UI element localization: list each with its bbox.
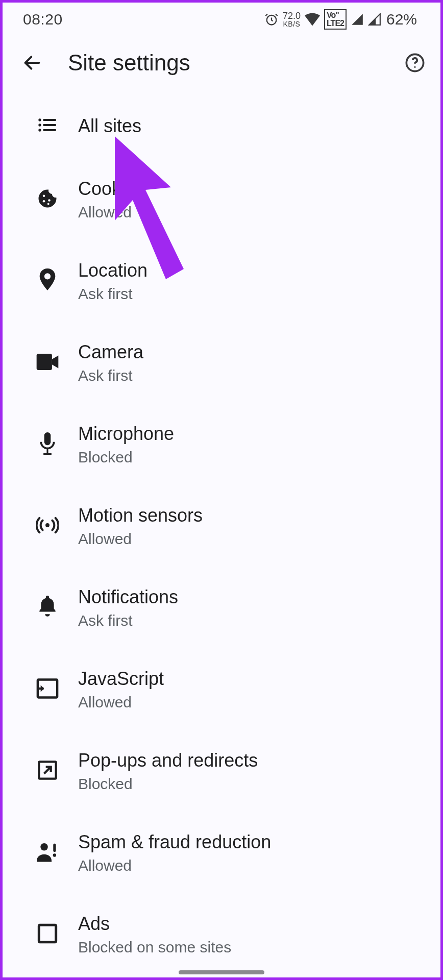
status-right: 72.0 KB/S Vo"LTE2 62% bbox=[264, 9, 417, 30]
volte-indicator: Vo"LTE2 bbox=[324, 9, 347, 30]
item-label: Ads bbox=[78, 913, 231, 935]
item-label: Notifications bbox=[78, 586, 178, 608]
item-location[interactable]: Location Ask first bbox=[3, 240, 440, 322]
item-status: Ask first bbox=[78, 612, 178, 629]
svg-point-22 bbox=[53, 853, 56, 856]
item-label: Microphone bbox=[78, 423, 174, 445]
svg-point-9 bbox=[43, 194, 45, 197]
item-status: Allowed bbox=[78, 204, 144, 221]
item-status: Allowed bbox=[78, 694, 164, 711]
svg-rect-8 bbox=[43, 129, 56, 131]
svg-point-11 bbox=[48, 199, 51, 202]
svg-rect-7 bbox=[43, 124, 56, 126]
network-speed-indicator: 72.0 KB/S bbox=[283, 11, 301, 28]
signal-icon-2 bbox=[368, 13, 381, 26]
item-status: Allowed bbox=[78, 857, 271, 874]
cookie-icon bbox=[37, 188, 58, 211]
svg-point-10 bbox=[43, 200, 45, 203]
wifi-icon bbox=[305, 13, 320, 26]
svg-point-12 bbox=[47, 203, 50, 205]
item-label: Spam & fraud reduction bbox=[78, 831, 271, 853]
item-label: Location bbox=[78, 260, 147, 281]
app-bar: Site settings bbox=[3, 36, 440, 89]
item-cookies[interactable]: Cookies Allowed bbox=[3, 159, 440, 240]
signal-icon-1 bbox=[351, 13, 364, 26]
page-title: Site settings bbox=[68, 50, 379, 76]
help-button[interactable] bbox=[404, 52, 426, 74]
ads-icon bbox=[37, 923, 58, 946]
item-status: Blocked bbox=[78, 775, 258, 793]
item-status: Ask first bbox=[78, 285, 147, 303]
item-label: Motion sensors bbox=[78, 505, 203, 526]
settings-list: All sites Cookies Allowed Location Ask f… bbox=[3, 89, 440, 975]
item-microphone[interactable]: Microphone Blocked bbox=[3, 404, 440, 485]
list-icon bbox=[37, 115, 58, 137]
item-label: JavaScript bbox=[78, 668, 164, 690]
svg-rect-6 bbox=[43, 119, 56, 121]
microphone-icon bbox=[39, 432, 56, 457]
item-ads[interactable]: Ads Blocked on some sites bbox=[3, 894, 440, 975]
item-status: Allowed bbox=[78, 530, 203, 548]
item-status: Blocked on some sites bbox=[78, 939, 231, 956]
item-popups[interactable]: Pop-ups and redirects Blocked bbox=[3, 730, 440, 812]
svg-rect-14 bbox=[44, 432, 51, 445]
svg-point-5 bbox=[38, 129, 41, 131]
item-notifications[interactable]: Notifications Ask first bbox=[3, 567, 440, 649]
item-status: Blocked bbox=[78, 449, 174, 466]
javascript-icon bbox=[36, 678, 59, 701]
back-button[interactable] bbox=[21, 52, 43, 74]
item-javascript[interactable]: JavaScript Allowed bbox=[3, 649, 440, 730]
item-spam-fraud[interactable]: Spam & fraud reduction Allowed bbox=[3, 812, 440, 894]
svg-point-2 bbox=[414, 66, 415, 68]
location-icon bbox=[38, 268, 57, 294]
item-all-sites[interactable]: All sites bbox=[3, 93, 440, 159]
status-bar: 08:20 72.0 KB/S Vo"LTE2 62% bbox=[3, 3, 440, 36]
svg-point-17 bbox=[45, 523, 50, 527]
item-label: All sites bbox=[78, 115, 141, 137]
svg-rect-23 bbox=[39, 925, 56, 942]
status-time: 08:20 bbox=[23, 11, 63, 28]
svg-point-4 bbox=[38, 124, 41, 126]
sensors-icon bbox=[36, 516, 59, 536]
alarm-icon bbox=[264, 12, 279, 27]
svg-point-20 bbox=[40, 843, 48, 851]
spam-fraud-icon bbox=[37, 841, 58, 865]
popup-icon bbox=[37, 760, 58, 782]
svg-rect-16 bbox=[43, 453, 52, 455]
bell-icon bbox=[38, 596, 57, 620]
item-label: Pop-ups and redirects bbox=[78, 750, 258, 771]
item-motion-sensors[interactable]: Motion sensors Allowed bbox=[3, 485, 440, 567]
item-status: Ask first bbox=[78, 367, 143, 384]
item-camera[interactable]: Camera Ask first bbox=[3, 322, 440, 404]
camera-icon bbox=[36, 354, 59, 372]
svg-point-3 bbox=[38, 118, 41, 121]
gesture-nav-pill bbox=[179, 970, 264, 974]
item-label: Camera bbox=[78, 341, 143, 363]
battery-percent: 62% bbox=[386, 11, 417, 28]
svg-rect-13 bbox=[37, 354, 52, 370]
svg-rect-15 bbox=[46, 448, 48, 453]
svg-rect-21 bbox=[53, 844, 56, 852]
item-label: Cookies bbox=[78, 178, 144, 200]
